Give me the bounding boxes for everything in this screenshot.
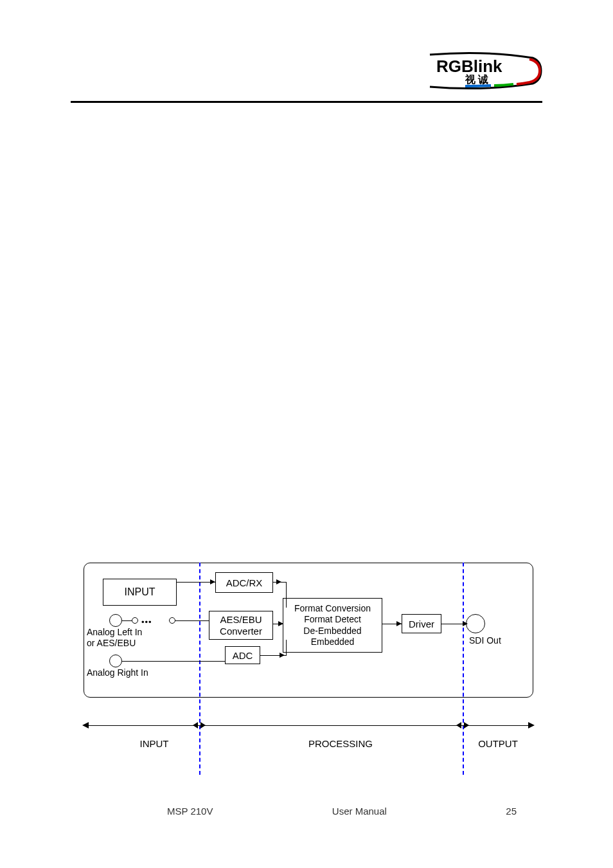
page-header: RGBlink 视 诚 bbox=[71, 51, 542, 103]
logo-sub-text: 视 诚 bbox=[465, 73, 488, 87]
brand-logo: RGBlink 视 诚 bbox=[427, 51, 542, 93]
arrow-icon bbox=[210, 579, 215, 584]
analog-left-label: Analog Left In or AES/EBU bbox=[87, 627, 183, 649]
analog-right-label: Analog Right In bbox=[87, 667, 183, 678]
sdi-out-label: SDI Out bbox=[469, 635, 527, 646]
page-footer: MSP 210V User Manual 25 bbox=[71, 806, 542, 817]
ellipsis-icon: ••• bbox=[141, 617, 152, 627]
block-diagram: INPUT ADC/RX AES/EBU Converter ADC Forma… bbox=[84, 563, 533, 775]
input-connector-box: INPUT bbox=[103, 579, 177, 606]
section-divider-2 bbox=[463, 563, 464, 775]
wire bbox=[122, 661, 225, 662]
arrow-right-icon bbox=[528, 722, 535, 728]
page: RGBlink 视 诚 INPUT ADC/RX AES/EBU Convert… bbox=[0, 0, 613, 868]
wire bbox=[175, 620, 209, 621]
arrow-icon bbox=[464, 722, 469, 728]
analog-right-connector bbox=[109, 655, 122, 667]
arrow-icon bbox=[278, 621, 283, 626]
section-label-input: INPUT bbox=[122, 738, 186, 749]
footer-doc: User Manual bbox=[332, 806, 387, 817]
section-divider-1 bbox=[199, 563, 200, 775]
wire bbox=[177, 582, 215, 583]
footer-model: MSP 210V bbox=[167, 806, 213, 817]
arrow-icon bbox=[396, 621, 402, 626]
sdi-out-connector bbox=[466, 614, 485, 633]
connector-dot bbox=[169, 617, 175, 624]
arrow-icon bbox=[280, 653, 285, 658]
arrow-icon bbox=[276, 579, 281, 584]
wire bbox=[122, 620, 132, 621]
section-label-processing: PROCESSING bbox=[283, 738, 398, 749]
footer-page: 25 bbox=[506, 806, 517, 817]
arrow-icon bbox=[193, 722, 198, 728]
processing-block: Format Conversion Format Detect De-Embed… bbox=[283, 598, 382, 653]
adc-block: ADC bbox=[225, 646, 260, 664]
arrow-icon bbox=[463, 621, 468, 626]
wire bbox=[286, 640, 287, 656]
arrow-icon bbox=[456, 722, 461, 728]
wire bbox=[286, 582, 287, 608]
aes-ebu-block: AES/EBU Converter bbox=[209, 611, 273, 640]
section-label-output: OUTPUT bbox=[469, 738, 527, 749]
adc-rx-block: ADC/RX bbox=[215, 572, 273, 593]
connector-dot bbox=[132, 617, 138, 624]
driver-block: Driver bbox=[402, 614, 441, 633]
arrow-icon bbox=[200, 722, 206, 728]
analog-left-connector bbox=[109, 614, 122, 627]
arrow-left-icon bbox=[82, 722, 89, 728]
